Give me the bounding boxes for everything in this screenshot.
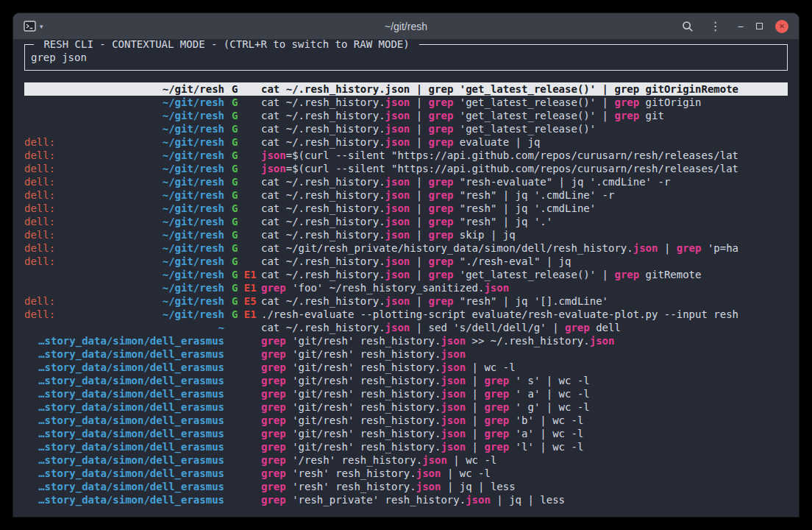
history-row[interactable]: …story_data/simon/dell_erasmusgrep 'git/… [24, 347, 788, 361]
minimize-button[interactable]: − [738, 23, 744, 30]
history-row[interactable]: ~/git/reshG E1cat ~/.resh_history.json |… [24, 268, 788, 281]
history-row[interactable]: dell:~/git/reshGjson=$(curl --silent "ht… [24, 149, 788, 162]
command-text: cat ~/git/resh_private/history_data/simo… [261, 241, 788, 255]
menu-button[interactable]: ⋮ [710, 21, 722, 32]
history-row[interactable]: dell:~/git/reshGcat ~/.resh_history.json… [24, 135, 788, 149]
history-row[interactable]: …story_data/simon/dell_erasmusgrep 'git/… [24, 440, 788, 453]
history-row[interactable]: dell:~/git/reshG E1./resh-evaluate --plo… [24, 308, 788, 321]
row-context: ~/git/resh [24, 122, 224, 135]
history-row[interactable]: …story_data/simon/dell_erasmusgrep 'resh… [24, 480, 788, 493]
query-match: json [441, 361, 466, 373]
close-button[interactable]: ✕ [775, 20, 788, 33]
query-match: grep [261, 335, 286, 347]
git-flag: G [232, 202, 238, 214]
status-flags: G [224, 162, 261, 175]
directory-label: …story_data/simon/dell_erasmus [38, 347, 224, 361]
history-row[interactable]: …story_data/simon/dell_erasmusgrep 'resh… [24, 493, 788, 506]
status-flags [224, 334, 261, 347]
history-row[interactable]: ~/git/reshGcat ~/.resh_history.json | gr… [24, 96, 788, 109]
query-match: json [441, 388, 466, 400]
directory-label: ~/git/resh [163, 122, 224, 135]
row-context: dell:~/git/resh [24, 241, 224, 255]
history-row[interactable]: dell:~/git/reshGcat ~/git/resh_private/h… [24, 241, 788, 255]
title-bar-left: ▾ [13, 21, 43, 32]
command-text: cat ~/.resh_history.json | grep skip | j… [261, 228, 788, 241]
history-row[interactable]: …story_data/simon/dell_erasmusgrep 'git/… [24, 387, 788, 400]
history-row[interactable]: dell:~/git/reshG E5cat ~/.resh_history.j… [24, 294, 788, 308]
directory-label: …story_data/simon/dell_erasmus [38, 480, 224, 493]
terminal-icon [24, 21, 36, 32]
history-row[interactable]: …story_data/simon/dell_erasmusgrep 'git/… [24, 400, 788, 414]
directory-label: …story_data/simon/dell_erasmus [38, 493, 224, 506]
query-match: grep [261, 441, 286, 453]
history-row[interactable]: dell:~/git/reshGcat ~/.resh_history.json… [24, 215, 788, 228]
query-match: grep [429, 123, 454, 135]
history-row[interactable]: …story_data/simon/dell_erasmusgrep '/res… [24, 453, 788, 467]
command-text: grep 'resh' resh_history.json | jq | les… [261, 480, 788, 493]
history-row[interactable]: ~/git/reshGcat ~/.resh_history.json | gr… [24, 109, 788, 122]
query-match: json [633, 242, 658, 254]
history-row[interactable]: …story_data/simon/dell_erasmusgrep 'git/… [24, 414, 788, 427]
query-match: json [385, 136, 410, 148]
history-row[interactable]: dell:~/git/reshGcat ~/.resh_history.json… [24, 202, 788, 215]
restore-button[interactable] [756, 23, 763, 29]
row-context: dell:~/git/resh [24, 294, 224, 308]
title-bar[interactable]: ▾ ~/git/resh ⋮ − ✕ [13, 13, 799, 40]
history-row[interactable]: …story_data/simon/dell_erasmusgrep 'git/… [24, 374, 788, 387]
history-row[interactable]: …story_data/simon/dell_erasmusgrep 'git/… [24, 427, 788, 440]
search-button[interactable] [682, 21, 694, 32]
query-match: grep [429, 110, 454, 121]
history-row[interactable]: ~/git/reshGcat ~/.resh_history.json | gr… [24, 122, 788, 135]
history-row[interactable]: dell:~/git/reshGcat ~/.resh_history.json… [24, 228, 788, 241]
directory-label: …story_data/simon/dell_erasmus [38, 453, 224, 467]
host-label: dell: [24, 175, 55, 188]
search-query-input[interactable]: grep json [31, 51, 781, 64]
command-text: cat ~/.resh_history.json | grep "resh-ev… [261, 175, 788, 188]
directory-label: ~/git/resh [163, 241, 224, 255]
terminal-window: ▾ ~/git/resh ⋮ − ✕ RESH CLI - CONTEXTUAL… [13, 13, 799, 517]
command-text: grep 'git/resh' resh_history.json | wc -… [261, 361, 788, 374]
query-match: grep [614, 110, 639, 121]
status-flags [224, 440, 261, 453]
command-text: grep '/resh' resh_history.json | wc -l [261, 453, 788, 467]
command-text: cat ~/.resh_history.json | grep 'get_lat… [261, 122, 788, 135]
status-flags [224, 400, 261, 414]
status-flags: G [224, 109, 261, 122]
status-flags: G [224, 149, 261, 162]
query-match: grep [429, 189, 454, 201]
directory-label: ~/git/resh [163, 294, 224, 308]
history-row[interactable]: dell:~/git/reshGcat ~/.resh_history.json… [24, 188, 788, 202]
command-text: cat ~/.resh_history.json | grep 'get_lat… [261, 82, 788, 96]
command-text: cat ~/.resh_history.json | sed 's/dell/d… [261, 321, 788, 334]
host-label: dell: [24, 241, 55, 255]
query-match: json [422, 454, 447, 466]
query-match: json [441, 401, 466, 413]
command-text: grep 'git/resh' resh_history.json | grep… [261, 387, 788, 400]
history-row[interactable]: ~cat ~/.resh_history.json | sed 's/dell/… [24, 321, 788, 334]
status-flags: G E1 [224, 308, 261, 321]
history-row[interactable]: dell:~/git/reshGcat ~/.resh_history.json… [24, 175, 788, 188]
app-menu-button[interactable]: ▾ [24, 21, 43, 32]
status-flags [224, 493, 261, 506]
history-row[interactable]: ~/git/reshG E1grep 'foo' ~/resh_history_… [24, 281, 788, 294]
row-context: …story_data/simon/dell_erasmus [24, 414, 224, 427]
kebab-icon: ⋮ [710, 21, 722, 32]
directory-label: ~/git/resh [163, 82, 224, 96]
history-row-selected[interactable]: ~/git/reshGcat ~/.resh_history.json | gr… [24, 82, 788, 96]
directory-label: ~/git/resh [163, 281, 224, 294]
row-context: …story_data/simon/dell_erasmus [24, 427, 224, 440]
history-row[interactable]: …story_data/simon/dell_erasmusgrep 'git/… [24, 361, 788, 374]
directory-label: …story_data/simon/dell_erasmus [38, 361, 224, 374]
history-row[interactable]: dell:~/git/reshGcat ~/.resh_history.json… [24, 255, 788, 268]
query-match: grep [429, 96, 454, 108]
command-text: cat ~/.resh_history.json | grep "./resh-… [261, 255, 788, 268]
query-match: grep [261, 348, 286, 360]
error-flag: E5 [238, 295, 256, 307]
history-row[interactable]: dell:~/git/reshGjson=$(curl --silent "ht… [24, 162, 788, 175]
query-match: grep [484, 441, 509, 453]
query-match: json [385, 295, 410, 307]
git-flag: G [232, 149, 238, 161]
history-row[interactable]: …story_data/simon/dell_erasmusgrep 'resh… [24, 467, 788, 480]
history-row[interactable]: …story_data/simon/dell_erasmusgrep 'git/… [24, 334, 788, 347]
command-text: cat ~/.resh_history.json | grep 'get_lat… [261, 268, 788, 281]
